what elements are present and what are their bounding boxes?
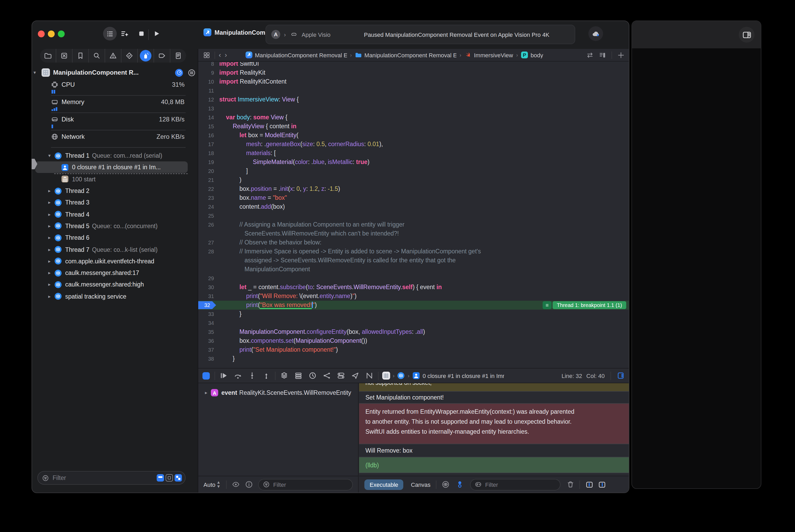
code-line[interactable]: 24 content.add(box): [198, 203, 629, 211]
activity-viewer[interactable]: A › Apple Visio Paused ManipulationCompo…: [266, 25, 575, 44]
code-line[interactable]: 16 let box = ModelEntity(: [198, 131, 629, 140]
process-row[interactable]: ▾ ManipulationComponent R...: [32, 67, 195, 78]
filter-breakpoints-button[interactable]: [157, 474, 164, 481]
chevron-icon[interactable]: ▸: [47, 247, 52, 252]
thread-row[interactable]: ▾ Thread 1 Queue: com...read (serial): [32, 150, 198, 162]
time-profile-button[interactable]: [309, 372, 317, 380]
code-line[interactable]: 18 materials: [: [198, 149, 629, 158]
line-number[interactable]: 35: [198, 327, 214, 337]
location-button[interactable]: [351, 372, 359, 380]
variables-filter[interactable]: [258, 479, 353, 490]
navigator-tab-project[interactable]: [40, 49, 56, 62]
code-line[interactable]: 21 ): [198, 176, 629, 185]
info-icon[interactable]: [245, 480, 253, 488]
line-number[interactable]: 22: [198, 185, 214, 193]
stack-frame-row[interactable]: ▸ 0 closure #1 in closure #1 in Im...: [32, 162, 198, 173]
add-editor-icon[interactable]: [617, 51, 625, 59]
go-forward-button[interactable]: ›: [225, 51, 231, 59]
console-filter[interactable]: [470, 479, 560, 490]
gauge-cpu[interactable]: CPU 31%: [32, 78, 198, 96]
scope-selector[interactable]: Auto ▲▼: [204, 480, 221, 489]
navigator-tab-tests[interactable]: [121, 49, 138, 62]
chevron-icon[interactable]: ▸: [47, 259, 52, 264]
code-line[interactable]: 14 var body: some View {: [198, 113, 629, 122]
code-line[interactable]: 19 SimpleMaterial(color: .blue, isMetall…: [198, 158, 629, 167]
instruments-button[interactable]: [365, 372, 373, 380]
thread-row[interactable]: ▸ com.apple.uikit.eventfetch-thread: [32, 255, 198, 267]
code-line[interactable]: 27 // Observe the behavior below:: [198, 238, 629, 247]
code-line[interactable]: 13: [198, 104, 629, 113]
line-number[interactable]: 19: [198, 158, 214, 167]
filter-view-mode-button[interactable]: [174, 474, 182, 481]
code-line[interactable]: 29: [198, 274, 629, 283]
code-line[interactable]: SceneEvents.WillRemoveEntity which can't…: [198, 229, 629, 238]
code-line[interactable]: 31 print("Will Remove: \(event.entity.na…: [198, 292, 629, 301]
debug-memory-graph-button[interactable]: [295, 372, 302, 380]
line-number[interactable]: 13: [198, 104, 214, 113]
source-code-editor[interactable]: 8import SwiftUI9import RealityKit10impor…: [198, 62, 629, 368]
breakpoints-toggle-button[interactable]: [203, 372, 210, 379]
line-number[interactable]: 21: [198, 176, 214, 185]
step-into-button[interactable]: [248, 372, 256, 380]
gauge-memory[interactable]: Memory 40,8 MB: [32, 96, 198, 113]
step-over-button[interactable]: [234, 372, 242, 380]
debug-view-hierarchy-button[interactable]: [280, 372, 288, 380]
line-number[interactable]: 18: [198, 149, 214, 158]
thread-row[interactable]: ▸ Thread 2: [32, 185, 198, 197]
line-number[interactable]: 33: [198, 310, 214, 319]
show-variables-pane-button[interactable]: [585, 481, 593, 488]
scheme-selector[interactable]: ManipulationCompon...: [204, 28, 267, 36]
zoom-window-button[interactable]: [58, 31, 65, 37]
go-back-button[interactable]: ‹: [215, 51, 225, 59]
chevron-icon[interactable]: ▾: [47, 153, 52, 158]
thread-row[interactable]: ▸ spatial tracking service: [32, 290, 198, 302]
code-line[interactable]: 34: [198, 319, 629, 327]
line-number[interactable]: 23: [198, 193, 214, 203]
destination-selector[interactable]: A › Apple Visio: [271, 25, 330, 44]
code-line[interactable]: 28 // Immersive Space is opened -> Entit…: [198, 247, 629, 256]
code-line[interactable]: 30 let _ = content.subscribe(to: SceneEv…: [198, 283, 629, 292]
navigator-tab-source-control[interactable]: [56, 49, 73, 62]
console-filter-input[interactable]: [484, 481, 555, 488]
console-quicklook-icon[interactable]: [441, 480, 449, 488]
stack-frame-row[interactable]: ▸ 100 start: [32, 173, 198, 185]
line-number[interactable]: 11: [198, 86, 214, 95]
navigator-toggle-button[interactable]: [103, 27, 117, 40]
breakpoint-action-icon[interactable]: ≡: [543, 301, 552, 309]
chevron-right-icon[interactable]: ▸: [204, 390, 209, 395]
code-line[interactable]: 12struct ImmersiveView: View {: [198, 95, 629, 104]
run-button[interactable]: [151, 28, 162, 39]
chevron-icon[interactable]: ▸: [47, 235, 52, 240]
code-line[interactable]: 25: [198, 211, 629, 220]
console-mode-icon[interactable]: [456, 480, 463, 488]
code-line[interactable]: asssigned -> SceneEvents.WillRemoveEntit…: [198, 256, 629, 265]
line-number[interactable]: 8: [198, 62, 214, 68]
code-line[interactable]: 11: [198, 86, 629, 95]
show-console-pane-button[interactable]: [598, 481, 606, 488]
line-number[interactable]: 38: [198, 354, 214, 363]
editor-options-icon[interactable]: [599, 51, 606, 59]
breadcrumb-project[interactable]: ManipulationComponent Removal Event: [245, 52, 347, 58]
line-number[interactable]: 17: [198, 140, 214, 149]
navigator-filter-input[interactable]: [52, 474, 157, 481]
quicklook-icon[interactable]: [232, 480, 240, 488]
canvas-scope-button[interactable]: Canvas: [411, 481, 431, 488]
line-number[interactable]: 27: [198, 238, 214, 247]
thread-row[interactable]: ▸ Thread 7 Queue: co...k-list (serial): [32, 244, 198, 255]
code-line[interactable]: 20 ]: [198, 167, 629, 176]
breadcrumb-symbol[interactable]: P body: [521, 52, 543, 58]
line-number[interactable]: 12: [198, 95, 214, 104]
line-number[interactable]: 37: [198, 345, 214, 354]
breakpoint-marker[interactable]: 32: [198, 301, 216, 309]
line-number[interactable]: 31: [198, 292, 214, 301]
line-number[interactable]: 29: [198, 274, 214, 283]
code-line[interactable]: 38 }: [198, 354, 629, 363]
code-line[interactable]: 23 box.name = "box": [198, 193, 629, 203]
navigator-tab-reports[interactable]: [170, 49, 186, 62]
code-line[interactable]: 36 box.components.set(ManipulationCompon…: [198, 337, 629, 345]
chevron-icon[interactable]: ▸: [47, 270, 52, 276]
chevron-icon[interactable]: ▸: [47, 188, 52, 193]
line-number[interactable]: 34: [198, 319, 214, 327]
navigator-tab-issues[interactable]: [105, 49, 121, 62]
close-window-button[interactable]: [38, 31, 45, 37]
